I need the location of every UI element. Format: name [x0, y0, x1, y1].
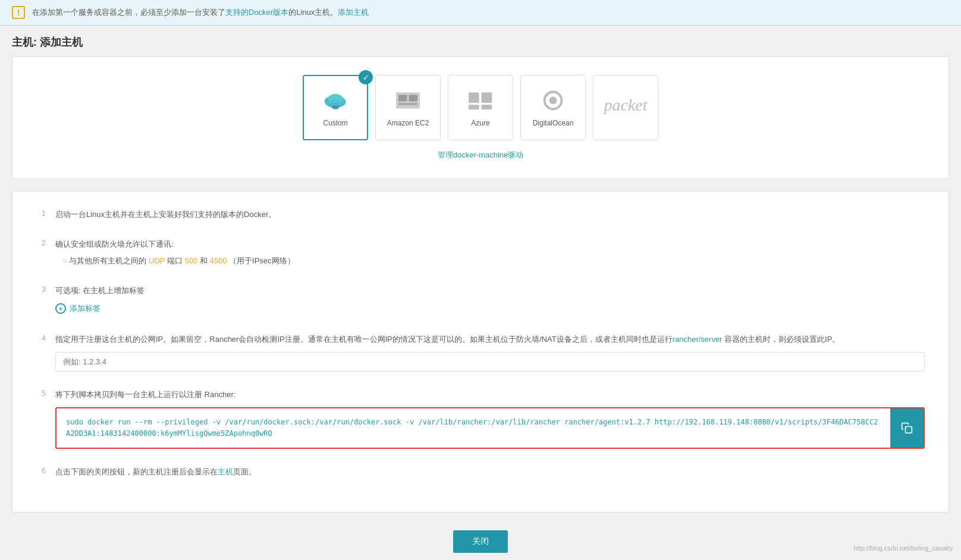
manage-docker-link[interactable]: 管理docker-machine驱动 [438, 150, 524, 161]
step-5-content: 将下列脚本拷贝到每一台主机上运行以注册 Rancher: sudo docker… [55, 388, 925, 449]
page-title: 主机: 添加主机 [0, 26, 961, 56]
provider-digitalocean[interactable]: DigitalOcean [520, 75, 586, 140]
warning-bar: ! 在添加第一个服务或容器之前，必须至少添加一台安装了支持的Docker版本的L… [0, 0, 961, 26]
step-3: 3 可选项: 在主机上增加标签 + 添加标签 [36, 284, 925, 316]
watermark: http://blog.csdn.net/boling_cavalry [854, 545, 953, 552]
amazon-label: Amazon EC2 [387, 119, 429, 127]
step-3-num: 3 [36, 284, 46, 294]
step-2-num: 2 [36, 238, 46, 247]
svg-rect-13 [469, 92, 479, 103]
step-5: 5 将下列脚本拷贝到每一台主机上运行以注册 Rancher: sudo dock… [36, 388, 925, 449]
provider-amazon-ec2[interactable]: Amazon EC2 [375, 75, 441, 140]
step-5-num: 5 [36, 388, 46, 398]
footer-row: 关闭 [12, 530, 949, 553]
packet-icon: packet [604, 96, 647, 115]
warning-icon: ! [12, 6, 25, 19]
warning-text: 在添加第一个服务或容器之前，必须至少添加一台安装了支持的Docker版本的Lin… [32, 7, 369, 18]
step-4-content: 指定用于注册这台主机的公网IP。如果留空，Rancher会自动检测IP注册。通常… [55, 333, 925, 372]
provider-packet[interactable]: packet [593, 75, 658, 140]
svg-rect-19 [906, 426, 912, 433]
svg-rect-11 [409, 95, 417, 101]
step-1-num: 1 [36, 208, 46, 218]
svg-rect-10 [398, 95, 407, 101]
svg-rect-16 [482, 105, 492, 109]
svg-point-3 [328, 93, 343, 104]
add-tag-button[interactable]: + 添加标签 [55, 302, 101, 315]
copy-button[interactable] [890, 408, 924, 448]
step-2-content: 确认安全组或防火墙允许以下通讯: ○ 与其他所有主机之间的 UDP 端口 500… [55, 238, 925, 268]
selected-checkmark: ✓ [359, 70, 373, 84]
step-6: 6 点击下面的关闭按钮，新的主机注册后会显示在主机页面。 [36, 465, 925, 479]
plus-circle-icon: + [55, 303, 66, 314]
step-6-content: 点击下面的关闭按钮，新的主机注册后会显示在主机页面。 [55, 465, 925, 479]
docker-version-link[interactable]: 支持的Docker版本 [225, 8, 288, 17]
port1: 500 [185, 256, 198, 265]
step-3-content: 可选项: 在主机上增加标签 + 添加标签 [55, 284, 925, 316]
port2: 4500 [209, 256, 227, 265]
svg-point-6 [332, 105, 340, 108]
azure-label: Azure [471, 119, 489, 127]
provider-row: ✓ Custom [303, 75, 658, 140]
ip-input[interactable] [55, 352, 925, 372]
step-1: 1 启动一台Linux主机并在主机上安装好我们支持的版本的Docker。 [36, 208, 925, 221]
command-box: sudo docker run --rm --privileged -v /va… [55, 407, 925, 449]
azure-icon [466, 89, 495, 114]
svg-rect-12 [398, 103, 417, 105]
step-2-bullet: ○ 与其他所有主机之间的 UDP 端口 500 和 4500 （用于IPsec网… [62, 254, 925, 268]
close-button[interactable]: 关闭 [453, 530, 508, 553]
step-4-num: 4 [36, 333, 46, 342]
custom-cloud-icon [321, 89, 350, 114]
step-1-content: 启动一台Linux主机并在主机上安装好我们支持的版本的Docker。 [55, 208, 925, 221]
step-6-num: 6 [36, 465, 46, 475]
provider-azure[interactable]: Azure [448, 75, 513, 140]
command-text: sudo docker run --rm --privileged -v /va… [56, 408, 890, 448]
add-host-link[interactable]: 添加主机 [338, 8, 369, 17]
digitalocean-icon [538, 89, 568, 114]
step-4: 4 指定用于注册这台主机的公网IP。如果留空，Rancher会自动检测IP注册。… [36, 333, 925, 372]
amazon-icon [393, 89, 423, 114]
steps-section: 1 启动一台Linux主机并在主机上安装好我们支持的版本的Docker。 2 确… [12, 191, 949, 512]
svg-rect-14 [482, 92, 492, 103]
svg-point-18 [549, 96, 557, 104]
hosts-page-link[interactable]: 主机 [218, 467, 233, 476]
svg-rect-15 [469, 105, 479, 109]
step-2: 2 确认安全组或防火墙允许以下通讯: ○ 与其他所有主机之间的 UDP 端口 5… [36, 238, 925, 268]
digitalocean-label: DigitalOcean [533, 119, 574, 127]
provider-card: ✓ Custom [12, 56, 949, 179]
provider-custom[interactable]: ✓ Custom [303, 75, 368, 140]
custom-label: Custom [323, 119, 347, 127]
udp-label: UDP [149, 256, 165, 265]
rancher-server-ref: rancher/server [673, 335, 723, 344]
